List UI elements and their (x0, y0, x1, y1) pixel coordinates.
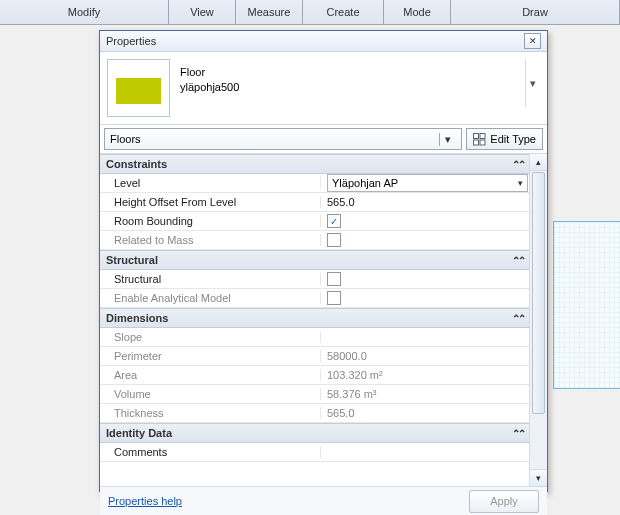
param-volume: Volume 58.376 m³ (100, 385, 530, 404)
properties-panel: Properties ✕ Floor yläpohja500 ▾ Floors … (99, 30, 548, 492)
panel-titlebar: Properties ✕ (100, 31, 547, 52)
ribbon-panel-modify[interactable]: Modify (0, 0, 169, 24)
edit-type-icon (473, 133, 486, 146)
ribbon-panel-measure[interactable]: Measure (236, 0, 303, 24)
collapse-icon: ⌃⌃ (512, 159, 524, 170)
properties-grid: Constraints⌃⌃ Level Yläpohjan AP▾ Height… (100, 154, 547, 487)
analytical-checkbox (327, 291, 341, 305)
type-name: yläpohja500 (180, 80, 239, 95)
param-label: Thickness (100, 407, 321, 419)
group-structural[interactable]: Structural⌃⌃ (100, 250, 530, 270)
param-label: Level (100, 177, 321, 189)
group-constraints[interactable]: Constraints⌃⌃ (100, 154, 530, 174)
param-thickness: Thickness 565.0 (100, 404, 530, 423)
param-label: Volume (100, 388, 321, 400)
param-label: Enable Analytical Model (100, 292, 321, 304)
close-icon[interactable]: ✕ (524, 33, 541, 49)
svg-rect-0 (474, 133, 479, 138)
room-bounding-checkbox[interactable]: ✓ (327, 214, 341, 228)
param-room-bounding: Room Bounding ✓ (100, 212, 530, 231)
ribbon-panel-draw[interactable]: Draw (451, 0, 620, 24)
param-structural: Structural (100, 270, 530, 289)
param-label: Slope (100, 331, 321, 343)
scroll-up-icon[interactable]: ▴ (530, 154, 547, 171)
param-analytical: Enable Analytical Model (100, 289, 530, 308)
chevron-down-icon[interactable]: ▾ (525, 59, 540, 107)
param-label: Structural (100, 273, 321, 285)
level-dropdown[interactable]: Yläpohjan AP▾ (327, 174, 528, 192)
param-height-offset: Height Offset From Level 565.0 (100, 193, 530, 212)
canvas-area[interactable] (553, 221, 620, 389)
type-selector[interactable]: Floor yläpohja500 ▾ (100, 52, 547, 125)
group-dimensions[interactable]: Dimensions⌃⌃ (100, 308, 530, 328)
svg-rect-3 (480, 140, 485, 145)
scroll-thumb[interactable] (532, 172, 545, 414)
structural-checkbox[interactable] (327, 272, 341, 286)
collapse-icon: ⌃⌃ (512, 428, 524, 439)
param-slope: Slope (100, 328, 530, 347)
edit-type-button[interactable]: Edit Type (466, 128, 543, 150)
collapse-icon: ⌃⌃ (512, 313, 524, 324)
chevron-down-icon: ▾ (439, 133, 456, 146)
filter-dropdown[interactable]: Floors ▾ (104, 128, 462, 150)
svg-rect-1 (480, 133, 485, 138)
edit-type-label: Edit Type (490, 133, 536, 145)
svg-rect-2 (474, 140, 479, 145)
param-label: Related to Mass (100, 234, 321, 246)
related-mass-checkbox (327, 233, 341, 247)
ribbon-panel-view[interactable]: View (169, 0, 236, 24)
filter-value: Floors (110, 133, 141, 145)
param-area: Area 103.320 m² (100, 366, 530, 385)
volume-value: 58.376 m³ (321, 385, 530, 403)
area-value: 103.320 m² (321, 366, 530, 384)
chevron-down-icon: ▾ (518, 178, 523, 188)
ribbon: Modify View Measure Create Mode Draw (0, 0, 620, 25)
param-label: Comments (100, 446, 321, 458)
perimeter-value: 58000.0 (321, 347, 530, 365)
scroll-down-icon[interactable]: ▾ (530, 469, 547, 486)
param-related-mass: Related to Mass (100, 231, 530, 250)
type-preview (107, 59, 170, 117)
param-perimeter: Perimeter 58000.0 (100, 347, 530, 366)
scrollbar[interactable]: ▴ ▾ (529, 154, 547, 486)
param-comments: Comments (100, 443, 530, 462)
param-label: Height Offset From Level (100, 196, 321, 208)
param-label: Area (100, 369, 321, 381)
param-label: Room Bounding (100, 215, 321, 227)
collapse-icon: ⌃⌃ (512, 255, 524, 266)
param-label: Perimeter (100, 350, 321, 362)
group-identity[interactable]: Identity Data⌃⌃ (100, 423, 530, 443)
thickness-value: 565.0 (321, 404, 530, 422)
ribbon-panel-create[interactable]: Create (303, 0, 384, 24)
offset-input[interactable]: 565.0 (321, 193, 530, 211)
comments-input[interactable] (321, 443, 530, 461)
type-selector-text: Floor yläpohja500 (180, 59, 239, 95)
slope-value (321, 328, 530, 346)
type-category: Floor (180, 65, 239, 80)
apply-button[interactable]: Apply (469, 490, 539, 513)
ribbon-panel-mode[interactable]: Mode (384, 0, 451, 24)
properties-help-link[interactable]: Properties help (108, 495, 182, 507)
panel-footer: Properties help Apply (100, 487, 547, 515)
param-level: Level Yläpohjan AP▾ (100, 174, 530, 193)
panel-title: Properties (106, 35, 156, 47)
